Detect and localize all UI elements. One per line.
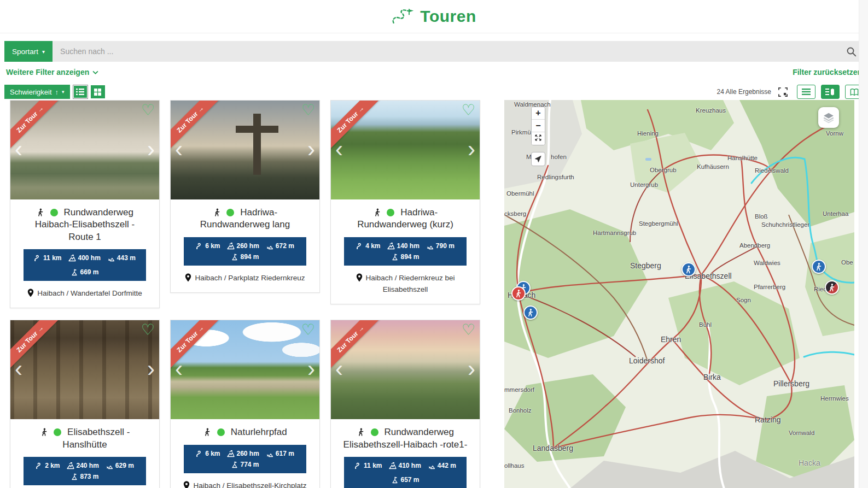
grid-layout-button[interactable]: [91, 85, 105, 98]
photo-prev-button[interactable]: ‹: [173, 357, 185, 380]
map-layers-button[interactable]: [818, 107, 839, 128]
tour-card[interactable]: Zur Tour → ♡ ‹ › Hadriwa-Rundwanderweg (…: [330, 100, 480, 304]
tour-card[interactable]: Zur Tour → ♡ ‹ › Rundwanderweg Elisabeth…: [330, 320, 480, 488]
reset-filters-link[interactable]: Filter zurücksetzen: [793, 67, 862, 77]
caret-down-icon: ▾: [42, 49, 45, 55]
tour-stats-bar: 4 km 140 hm 790 m: [344, 237, 467, 266]
hiker-icon: [373, 208, 382, 217]
min-elevation-stat: 443 m: [108, 254, 136, 262]
min-elevation-icon: [428, 462, 436, 469]
map-tour-marker-red[interactable]: [511, 286, 526, 301]
list-layout-button[interactable]: [73, 85, 88, 98]
photo-prev-button[interactable]: ‹: [13, 357, 25, 380]
sort-difficulty-button[interactable]: Schwierigkeit ↑ ▾: [4, 85, 70, 99]
zoom-in-button[interactable]: +: [532, 107, 545, 120]
elevation-gain-stat: 410 hm: [389, 462, 421, 469]
max-elevation-icon: [71, 473, 78, 480]
distance-stat: 2 km: [36, 462, 60, 469]
map-tour-marker-blue[interactable]: [812, 260, 826, 274]
min-elevation-stat: 790 m: [427, 242, 455, 250]
photo-next-button[interactable]: ›: [145, 137, 157, 160]
tour-start-location: Haibach / Riedernkreuz bei Elisabethszel…: [335, 273, 475, 296]
list-map-icon: [825, 88, 835, 96]
elevation-gain-stat: 400 hm: [68, 254, 100, 262]
photo-prev-button[interactable]: ‹: [173, 137, 185, 160]
favorite-heart-icon[interactable]: ♡: [301, 103, 315, 118]
map-tour-marker-dark[interactable]: [825, 280, 839, 295]
search-input[interactable]: [53, 41, 838, 62]
route-distance-icon: [36, 462, 43, 469]
photo-next-button[interactable]: ›: [305, 357, 317, 380]
favorite-heart-icon[interactable]: ♡: [462, 103, 475, 118]
photo-next-button[interactable]: ›: [465, 137, 477, 160]
max-elevation-stat: 894 m: [391, 253, 419, 261]
min-elevation-icon: [106, 462, 114, 469]
tour-photo: Zur Tour → ♡ ‹ ›: [10, 101, 159, 199]
photo-prev-button[interactable]: ‹: [333, 137, 345, 160]
tour-card[interactable]: Zur Tour → ♡ ‹ › Hadriwa-Rundwanderweg l…: [170, 100, 320, 293]
distance-stat: 4 km: [356, 242, 380, 250]
arrow-right-icon: →: [35, 324, 45, 334]
arrow-right-icon: →: [356, 104, 365, 114]
photo-prev-button[interactable]: ‹: [13, 137, 25, 160]
favorite-heart-icon[interactable]: ♡: [301, 322, 315, 338]
favorite-heart-icon[interactable]: ♡: [141, 103, 155, 118]
photo-next-button[interactable]: ›: [465, 357, 477, 380]
favorite-heart-icon[interactable]: ♡: [141, 322, 155, 338]
max-elevation-stat: 774 m: [231, 461, 259, 468]
tour-title: Hadriwa-Rundwanderweg lang: [175, 207, 315, 231]
caret-down-icon: ▾: [62, 89, 65, 95]
hiker-icon: [828, 283, 836, 292]
fullscreen-button[interactable]: [532, 132, 545, 145]
difficulty-indicator: [54, 428, 61, 436]
open-book-icon: [849, 88, 859, 96]
photo-next-button[interactable]: ›: [305, 137, 317, 160]
map-tour-marker-blue[interactable]: [681, 262, 696, 277]
arrow-right-icon: →: [35, 104, 45, 114]
tour-route-logo-icon: [392, 8, 415, 25]
photo-prev-button[interactable]: ‹: [333, 357, 345, 380]
chevron-down-icon: [92, 70, 98, 74]
max-elevation-icon: [231, 461, 238, 468]
elevation-gain-stat: 260 hm: [227, 242, 259, 250]
tour-stats-bar: 11 km 400 hm 443 m: [24, 249, 146, 281]
tour-photo: Zur Tour → ♡ ‹ ›: [331, 320, 480, 419]
hiker-icon: [40, 427, 49, 437]
route-distance-icon: [356, 242, 364, 250]
tour-title: Rundwanderweg Haibach-Elisabethszell - R…: [15, 207, 155, 243]
location-pin-icon: [185, 273, 191, 282]
min-elevation-icon: [108, 254, 115, 262]
map-zoom-controls: + −: [531, 107, 545, 145]
photo-next-button[interactable]: ›: [145, 357, 157, 380]
locate-me-button[interactable]: [531, 152, 545, 166]
list-view-button[interactable]: [797, 85, 815, 99]
tour-card[interactable]: Zur Tour → ♡ ‹ › Elisabethszell - Hanslh…: [10, 320, 160, 488]
tour-photo: Zur Tour → ♡ ‹ ›: [171, 101, 319, 199]
more-filters-link[interactable]: Weitere Filter anzeigen: [6, 67, 98, 77]
tour-stats-bar: 11 km 410 hm 442 m: [344, 457, 467, 488]
favorite-heart-icon[interactable]: ♡: [462, 322, 475, 338]
elevation-gain-icon: [387, 242, 395, 250]
tour-start-location: Haibach / Parkplatz Riedernkreuz: [175, 273, 315, 284]
hiker-icon: [357, 427, 365, 437]
scrollbar-track[interactable]: [859, 0, 868, 488]
difficulty-indicator: [50, 209, 58, 216]
page-header: Touren: [0, 0, 868, 33]
tour-photo: Zur Tour → ♡ ‹ ›: [171, 320, 319, 419]
map-tour-marker-blue[interactable]: [523, 305, 538, 320]
map-list-view-button[interactable]: [821, 85, 840, 99]
sportart-dropdown-button[interactable]: Sportart ▾: [4, 41, 53, 62]
results-count: 24 Alle Ergebnisse: [717, 88, 771, 96]
hiker-icon: [36, 208, 45, 217]
max-elevation-icon: [231, 253, 238, 261]
map-canvas[interactable]: WaldmenachKreuzhausVornwHieningPirkmühlM…: [504, 100, 854, 488]
location-pin-icon: [356, 273, 363, 282]
cards-grid: Zur Tour → ♡ ‹ › Rundwanderweg Haibach-E…: [10, 100, 479, 488]
max-elevation-icon: [391, 476, 399, 484]
tour-card[interactable]: Zur Tour → ♡ ‹ › Naturlehrpfad 6 km: [170, 320, 320, 488]
tour-card[interactable]: Zur Tour → ♡ ‹ › Rundwanderweg Haibach-E…: [10, 100, 160, 308]
zoom-out-button[interactable]: −: [532, 120, 545, 132]
page-title: Touren: [420, 7, 476, 26]
fit-selection-icon[interactable]: [778, 87, 788, 97]
max-elevation-stat: 669 m: [71, 268, 98, 276]
